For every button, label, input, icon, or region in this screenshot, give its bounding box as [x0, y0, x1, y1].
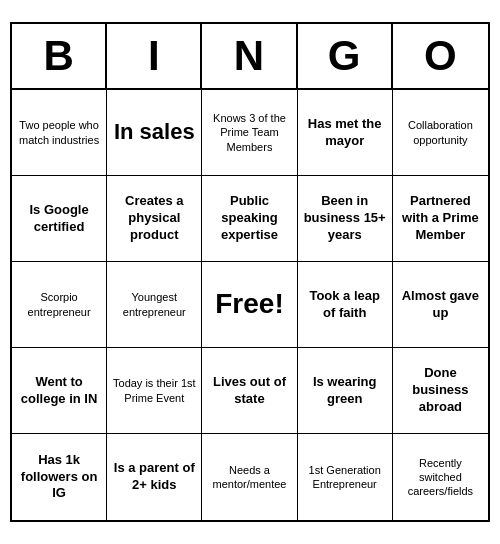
bingo-cell-9: Partnered with a Prime Member	[393, 176, 488, 262]
bingo-cell-22: Needs a mentor/mentee	[202, 434, 297, 520]
bingo-letter-i: I	[107, 24, 202, 88]
bingo-letter-b: B	[12, 24, 107, 88]
bingo-cell-5: Is Google certified	[12, 176, 107, 262]
bingo-cell-16: Today is their 1st Prime Event	[107, 348, 202, 434]
bingo-cell-15: Went to college in IN	[12, 348, 107, 434]
bingo-grid: Two people who match industriesIn salesK…	[12, 90, 488, 520]
bingo-cell-14: Almost gave up	[393, 262, 488, 348]
bingo-cell-19: Done business abroad	[393, 348, 488, 434]
bingo-cell-4: Collaboration opportunity	[393, 90, 488, 176]
bingo-cell-10: Scorpio entrepreneur	[12, 262, 107, 348]
bingo-cell-18: Is wearing green	[298, 348, 393, 434]
bingo-cell-12: Free!	[202, 262, 297, 348]
bingo-cell-20: Has 1k followers on IG	[12, 434, 107, 520]
bingo-cell-11: Youngest entrepreneur	[107, 262, 202, 348]
bingo-cell-1: In sales	[107, 90, 202, 176]
bingo-letter-g: G	[298, 24, 393, 88]
bingo-cell-0: Two people who match industries	[12, 90, 107, 176]
bingo-cell-3: Has met the mayor	[298, 90, 393, 176]
bingo-cell-7: Public speaking expertise	[202, 176, 297, 262]
bingo-cell-17: Lives out of state	[202, 348, 297, 434]
bingo-card: BINGO Two people who match industriesIn …	[10, 22, 490, 522]
bingo-letter-n: N	[202, 24, 297, 88]
bingo-cell-23: 1st Generation Entrepreneur	[298, 434, 393, 520]
bingo-cell-13: Took a leap of faith	[298, 262, 393, 348]
bingo-cell-24: Recently switched careers/fields	[393, 434, 488, 520]
bingo-cell-2: Knows 3 of the Prime Team Members	[202, 90, 297, 176]
bingo-cell-6: Creates a physical product	[107, 176, 202, 262]
bingo-cell-8: Been in business 15+ years	[298, 176, 393, 262]
bingo-letter-o: O	[393, 24, 488, 88]
bingo-header: BINGO	[12, 24, 488, 90]
bingo-cell-21: Is a parent of 2+ kids	[107, 434, 202, 520]
